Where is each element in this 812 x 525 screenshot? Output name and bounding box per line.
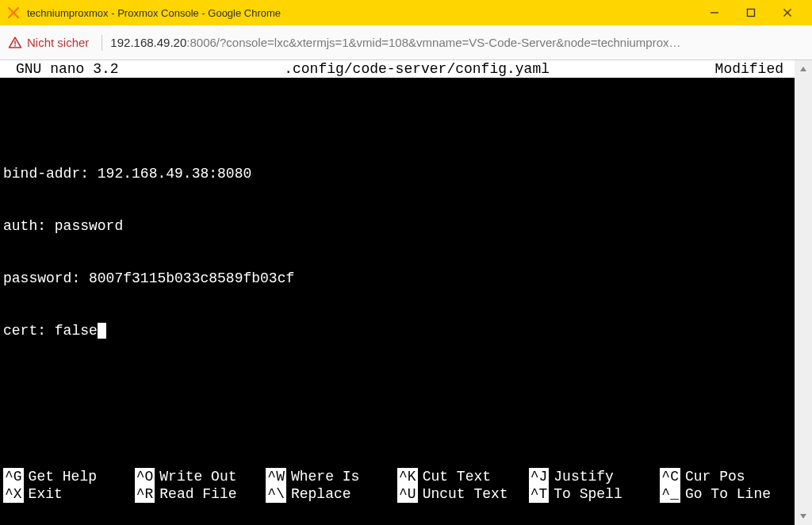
help-row: ^GGet Help ^OWrite Out ^WWhere Is ^KCut …	[3, 468, 791, 485]
editor-line: bind-addr: 192.168.49.38:8080	[3, 165, 791, 182]
terminal-container: GNU nano 3.2 .config/code-server/config.…	[0, 60, 812, 525]
maximize-button[interactable]	[733, 0, 769, 25]
warning-icon	[8, 36, 22, 50]
help-item-write-out: ^OWrite Out	[135, 468, 266, 485]
url-display[interactable]: 192.168.49.20:8006/?console=lxc&xtermjs=…	[110, 36, 804, 49]
editor-line: auth: password	[3, 217, 791, 235]
help-item-exit: ^XExit	[3, 485, 135, 503]
help-item-where-is: ^WWhere Is	[266, 468, 397, 485]
nano-help-bar: ^GGet Help ^OWrite Out ^WWhere Is ^KCut …	[0, 468, 795, 522]
nano-filepath: .config/code-server/config.yaml	[119, 60, 715, 78]
help-item-replace: ^\Replace	[266, 485, 397, 503]
window-titlebar: techniumproxmox - Proxmox Console - Goog…	[0, 0, 812, 25]
help-item-go-to-line: ^_Go To Line	[660, 485, 791, 503]
scrollbar-track[interactable]	[795, 78, 812, 508]
nano-app-name: GNU nano 3.2	[5, 60, 119, 78]
help-item-read-file: ^RRead File	[135, 485, 266, 503]
help-item-justify: ^JJustify	[529, 468, 661, 485]
editor-line: password: 8007f3115b033c8589fb03cf	[3, 270, 791, 287]
nano-header: GNU nano 3.2 .config/code-server/config.…	[0, 60, 795, 78]
svg-point-7	[14, 44, 16, 46]
editor-body: bind-addr: 192.168.49.38:8080 auth: pass…	[0, 78, 795, 374]
security-warning-label: Nicht sicher	[27, 36, 89, 49]
minimize-button[interactable]	[696, 0, 733, 25]
window-title: techniumproxmox - Proxmox Console - Goog…	[27, 7, 281, 19]
help-item-cut-text: ^KCut Text	[397, 468, 529, 485]
close-button[interactable]	[769, 0, 806, 25]
terminal[interactable]: GNU nano 3.2 .config/code-server/config.…	[0, 60, 795, 525]
scroll-up-arrow[interactable]	[795, 60, 812, 78]
help-item-uncut-text: ^UUncut Text	[397, 485, 529, 503]
url-path: :8006/?console=lxc&xtermjs=1&vmid=108&vm…	[186, 36, 680, 49]
editor-line: cert: false	[3, 322, 791, 339]
proxmox-icon	[6, 6, 21, 20]
help-item-get-help: ^GGet Help	[3, 468, 135, 485]
help-item-cur-pos: ^CCur Pos	[660, 468, 791, 485]
editor-line	[3, 113, 791, 130]
security-warning[interactable]: Nicht sicher	[8, 36, 89, 50]
nano-status: Modified	[715, 60, 790, 78]
url-host: 192.168.49.20	[110, 36, 186, 49]
svg-rect-3	[748, 10, 755, 17]
scroll-down-arrow[interactable]	[795, 508, 812, 525]
address-bar: Nicht sicher 192.168.49.20:8006/?console…	[0, 25, 812, 60]
scrollbar[interactable]	[795, 60, 812, 525]
addressbar-divider	[102, 35, 102, 51]
help-row: ^XExit ^RRead File ^\Replace ^UUncut Tex…	[3, 485, 791, 503]
help-item-to-spell: ^TTo Spell	[529, 485, 661, 503]
text-cursor	[98, 323, 106, 339]
